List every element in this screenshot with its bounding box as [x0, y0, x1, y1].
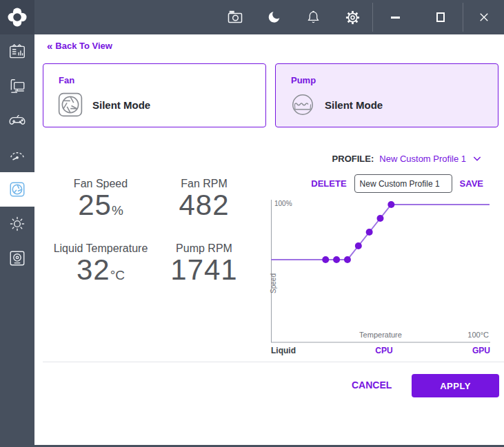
- back-link-label: Back To View: [55, 41, 112, 51]
- fan-card-row: Silent Mode: [57, 92, 150, 118]
- curve-point[interactable]: [333, 256, 340, 263]
- maximize-icon: [436, 12, 445, 22]
- settings-button[interactable]: [333, 0, 372, 34]
- profile-label: PROFILE:: [332, 154, 374, 164]
- gamepad-icon: [8, 112, 26, 129]
- delete-profile-button[interactable]: DELETE: [311, 178, 346, 189]
- chevron-down-icon: [472, 153, 483, 164]
- footer-divider: [43, 362, 504, 362]
- nzxt-logo-icon: [7, 7, 28, 28]
- pump-rpm-value: 1741: [142, 255, 266, 285]
- curve-point[interactable]: [387, 201, 394, 208]
- titlebar: [0, 0, 504, 34]
- profile-dropdown[interactable]: PROFILE: New Custom Profile 1: [332, 153, 483, 164]
- pump-mode-label: Silent Mode: [325, 99, 383, 111]
- fan-curve-svg: [271, 200, 490, 344]
- fan-card-title: Fan: [59, 75, 74, 85]
- nzxt-logo[interactable]: [0, 0, 34, 34]
- back-to-view-link[interactable]: « Back To View: [47, 40, 112, 52]
- x-max-tick: 100°C: [467, 331, 489, 339]
- pc-icon: [8, 77, 26, 95]
- fan-mode-label: Silent Mode: [92, 99, 150, 111]
- curve-point[interactable]: [344, 256, 351, 263]
- screenshot-button[interactable]: [215, 0, 254, 34]
- save-profile-button[interactable]: SAVE: [460, 178, 483, 189]
- fan-icon: [8, 180, 26, 198]
- gauge-icon: [8, 146, 26, 164]
- fan-rpm-stat: Fan RPM 482: [142, 178, 266, 220]
- capture-icon: [8, 249, 26, 267]
- back-chevrons-icon: «: [47, 40, 52, 52]
- liquid-temperature-unit: °C: [110, 268, 125, 282]
- sidebar-item-capture[interactable]: [0, 241, 34, 276]
- profile-selected-value: New Custom Profile 1: [379, 154, 466, 164]
- pump-water-icon: [290, 92, 316, 118]
- curve-point[interactable]: [366, 229, 373, 236]
- sidebar-item-performance[interactable]: [0, 138, 34, 172]
- cancel-button[interactable]: CANCEL: [352, 380, 392, 391]
- pump-card-row: Silent Mode: [290, 92, 383, 118]
- pump-card-title: Pump: [291, 75, 316, 85]
- sidebar-item-cooling[interactable]: [0, 172, 34, 207]
- tab-liquid[interactable]: Liquid: [271, 346, 296, 355]
- close-button[interactable]: [463, 0, 504, 34]
- camera-icon: [227, 9, 243, 25]
- x-axis-label: Temperature: [271, 331, 490, 339]
- pump-rpm-stat: Pump RPM 1741: [142, 242, 266, 285]
- fan-speed-unit: %: [112, 203, 123, 218]
- fan-rpm-value: 482: [142, 190, 266, 220]
- profile-edit-row: DELETE SAVE: [311, 174, 483, 193]
- fan-aperture-icon: [57, 92, 83, 118]
- maximize-button[interactable]: [418, 0, 463, 34]
- tab-cpu[interactable]: CPU: [375, 346, 392, 355]
- minimize-icon: [391, 17, 400, 19]
- fan-mode-card[interactable]: Fan Silent Mode: [43, 63, 266, 127]
- sidebar: [0, 34, 34, 447]
- sidebar-item-games[interactable]: [0, 103, 34, 138]
- apply-button[interactable]: APPLY: [412, 374, 499, 397]
- y-max-tick: 100%: [274, 200, 292, 207]
- profile-name-input[interactable]: [354, 174, 452, 193]
- tab-gpu[interactable]: GPU: [472, 346, 490, 355]
- sun-icon: [8, 215, 26, 233]
- y-axis-label: Speed: [270, 273, 277, 293]
- temperature-source-tabs: Liquid CPU GPU: [271, 346, 490, 355]
- sidebar-item-pc-specs[interactable]: [0, 69, 34, 103]
- bell-icon: [305, 10, 321, 25]
- cam-app-window: « Back To View Fan: [0, 0, 504, 447]
- curve-point[interactable]: [355, 242, 362, 249]
- dashboard-icon: [8, 43, 26, 61]
- moon-icon: [267, 10, 282, 25]
- sidebar-item-lighting[interactable]: [0, 207, 34, 241]
- curve-layer: [271, 201, 490, 263]
- titlebar-actions: [215, 0, 504, 34]
- curve-point[interactable]: [322, 256, 329, 263]
- main-content: « Back To View Fan: [34, 34, 504, 447]
- gear-icon: [345, 10, 361, 25]
- minimize-button[interactable]: [373, 0, 418, 34]
- dark-mode-toggle[interactable]: [254, 0, 294, 34]
- pump-mode-card[interactable]: Pump Silent Mode: [275, 63, 498, 127]
- sidebar-item-dashboard[interactable]: [0, 34, 34, 69]
- curve-point[interactable]: [377, 215, 384, 222]
- fan-curve-chart[interactable]: 100% Speed Temperature 100°C Liquid CPU …: [271, 198, 490, 358]
- notifications-button[interactable]: [294, 0, 333, 34]
- close-icon: [478, 11, 490, 23]
